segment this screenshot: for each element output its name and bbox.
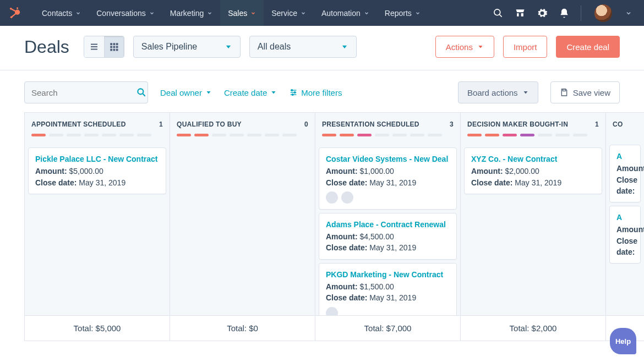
create-date-filter[interactable]: Create date [224, 88, 277, 97]
import-button[interactable]: Import [503, 36, 548, 58]
user-avatar[interactable] [594, 4, 612, 22]
column-count: 1 [159, 120, 163, 128]
nav-item-reports[interactable]: Reports [377, 0, 428, 26]
svg-point-5 [17, 7, 18, 9]
svg-marker-22 [226, 46, 231, 48]
nav-item-label: Service [271, 9, 297, 18]
search-icon [136, 87, 147, 98]
deal-close-date: May 31, 2019 [515, 178, 561, 187]
nav-item-label: Automation [321, 9, 361, 18]
svg-marker-24 [478, 46, 482, 48]
view-toggle [84, 36, 124, 58]
deal-amount: $5,000.00 [69, 167, 103, 175]
help-label: Help [615, 337, 631, 345]
pipeline-column: APPOINTMENT SCHEDULED1 Pickle Palace LLC… [25, 113, 170, 315]
caret-down-icon [270, 89, 277, 96]
caret-down-icon [341, 43, 348, 51]
filters-row: Deal owner Create date More filters Boar… [0, 70, 644, 112]
nav-item-service[interactable]: Service [264, 0, 314, 26]
deal-close-date: May 31, 2019 [369, 243, 416, 252]
chevron-down-icon [149, 10, 155, 16]
actions-button[interactable]: Actions [435, 36, 494, 58]
deal-close-date: May 31, 2019 [369, 293, 416, 302]
pipeline-select[interactable]: Sales Pipeline [133, 36, 241, 58]
svg-rect-16 [110, 46, 112, 48]
amount-label: Amount: [471, 167, 503, 175]
page-title: Deals [24, 37, 69, 57]
search-box[interactable] [24, 81, 148, 103]
save-view-button[interactable]: Save view [550, 81, 620, 103]
deal-card[interactable]: Adams Place - Contract Renewal Amount: $… [319, 213, 457, 260]
nav-item-label: Contacts [42, 9, 72, 18]
column-body[interactable]: Pickle Palace LLC - New Contract Amount:… [25, 142, 170, 315]
deal-amount: $1,500.00 [359, 282, 394, 291]
deal-card[interactable]: Costar Video Systems - New Deal Amount: … [319, 147, 457, 210]
deal-card-title: Adams Place - Contract Renewal [326, 219, 450, 230]
deal-card-title: Pickle Palace LLC - New Contract [35, 153, 159, 164]
column-body[interactable] [170, 142, 315, 315]
column-body[interactable]: A Amount: Close date: A Amount: Close da… [606, 139, 644, 315]
pipeline-column: DECISION MAKER BOUGHT-IN1 XYZ Co. - New … [461, 113, 606, 315]
svg-marker-28 [272, 91, 276, 94]
svg-marker-27 [206, 91, 210, 94]
column-header: PRESENTATION SCHEDULED3 [315, 113, 460, 142]
deal-card[interactable]: A Amount: Close date: [609, 145, 641, 202]
column-title: APPOINTMENT SCHEDULED [31, 120, 126, 128]
more-filters-button[interactable]: More filters [289, 88, 342, 97]
deal-card[interactable]: A Amount: Close date: [609, 206, 641, 264]
marketplace-icon[interactable] [515, 8, 526, 19]
column-body[interactable]: XYZ Co. - New Contract Amount: $2,000.00… [461, 142, 605, 315]
svg-line-26 [143, 94, 145, 96]
create-deal-button[interactable]: Create deal [556, 36, 620, 58]
board-actions-button[interactable]: Board actions [458, 81, 538, 103]
nav-item-marketing[interactable]: Marketing [162, 0, 220, 26]
chevron-down-icon [301, 10, 306, 16]
deal-filter-select[interactable]: All deals [249, 36, 357, 58]
column-header: DECISION MAKER BOUGHT-IN1 [461, 113, 605, 142]
nav-item-sales[interactable]: Sales [220, 0, 264, 26]
chevron-down-icon [250, 10, 256, 16]
board-view-button[interactable] [104, 36, 124, 57]
svg-point-34 [292, 94, 294, 96]
stage-progress [177, 134, 308, 136]
svg-marker-23 [342, 46, 347, 48]
search-icon[interactable] [493, 8, 504, 19]
svg-marker-35 [523, 91, 527, 94]
account-menu-chevron-icon[interactable] [623, 8, 634, 19]
avatar-chip [326, 307, 338, 315]
close-date-label: Close date: [616, 175, 637, 195]
more-filters-label: More filters [301, 88, 342, 97]
import-button-label: Import [514, 42, 537, 52]
svg-point-33 [294, 92, 296, 94]
nav-item-label: Reports [385, 9, 412, 18]
nav-item-conversations[interactable]: Conversations [89, 0, 162, 26]
gear-icon[interactable] [537, 8, 548, 19]
svg-rect-17 [113, 46, 115, 48]
column-total: Total: $7,000 [315, 316, 461, 341]
search-input[interactable] [31, 88, 136, 97]
column-body[interactable]: Costar Video Systems - New Deal Amount: … [315, 142, 460, 315]
deal-owner-filter[interactable]: Deal owner [160, 88, 212, 97]
pipeline-column: CO A Amount: Close date: A Amount: Close… [606, 113, 644, 315]
svg-rect-19 [110, 49, 112, 51]
nav-item-automation[interactable]: Automation [314, 0, 377, 26]
amount-label: Amount: [616, 164, 644, 173]
nav-item-contacts[interactable]: Contacts [34, 0, 89, 26]
save-view-label: Save view [573, 88, 610, 97]
deal-card[interactable]: Pickle Palace LLC - New Contract Amount:… [28, 147, 166, 194]
top-nav: ContactsConversationsMarketingSalesServi… [0, 0, 644, 26]
column-header: QUALIFIED TO BUY0 [170, 113, 315, 142]
close-date-label: Close date: [35, 178, 77, 187]
actions-button-label: Actions [446, 42, 473, 52]
bell-icon[interactable] [559, 8, 570, 19]
hubspot-logo-icon[interactable] [9, 7, 21, 19]
deal-card-title: PKGD Marketing - New Contract [326, 269, 450, 280]
deal-card[interactable]: PKGD Marketing - New Contract Amount: $1… [319, 263, 457, 315]
close-date-label: Close date: [471, 178, 512, 187]
column-count: 3 [450, 120, 454, 128]
help-button[interactable]: Help [610, 328, 636, 354]
list-view-button[interactable] [84, 36, 104, 57]
column-total: Total: $0 [170, 316, 315, 341]
deal-card[interactable]: XYZ Co. - New Contract Amount: $2,000.00… [464, 147, 602, 194]
svg-point-4 [10, 16, 13, 18]
